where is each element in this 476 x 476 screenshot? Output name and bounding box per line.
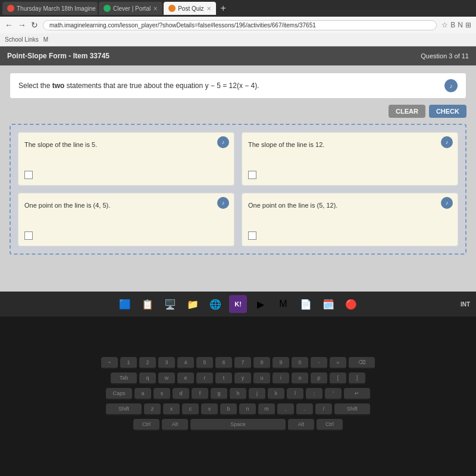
key-7[interactable]: 7	[234, 357, 251, 369]
choice3-checkbox[interactable]	[24, 231, 33, 240]
key-1[interactable]: 1	[120, 357, 137, 369]
tab-clever[interactable]: Clever | Portal ✕	[99, 2, 162, 15]
choice-card-1: ♪ The slope of the line is 5.	[18, 132, 234, 186]
taskbar-icon-chrome[interactable]: 🌐	[206, 295, 224, 313]
ext-icon1[interactable]: B	[450, 21, 455, 29]
key-g[interactable]: g	[211, 388, 227, 400]
taskbar-icon-slides[interactable]: 🔴	[342, 295, 360, 313]
key-t[interactable]: t	[215, 372, 232, 384]
tab-postquiz-close[interactable]: ✕	[206, 5, 211, 12]
key-k[interactable]: k	[268, 388, 284, 400]
taskbar-icon-drive[interactable]: 📄	[297, 295, 315, 313]
back-button[interactable]: ←	[5, 20, 13, 30]
choice2-checkbox[interactable]	[248, 171, 256, 179]
key-q[interactable]: q	[139, 372, 156, 384]
key-lalt[interactable]: Alt	[162, 419, 188, 431]
key-quote[interactable]: '	[325, 388, 342, 400]
check-button[interactable]: CHECK	[429, 105, 466, 118]
key-backspace[interactable]: ⌫	[349, 357, 375, 369]
key-equals[interactable]: =	[330, 357, 346, 369]
choice3-audio-button[interactable]: ♪	[217, 197, 229, 209]
key-6[interactable]: 6	[215, 357, 232, 369]
key-y[interactable]: y	[234, 372, 251, 384]
choice2-audio-button[interactable]: ♪	[441, 136, 453, 148]
key-0[interactable]: 0	[292, 357, 308, 369]
ext-icon2[interactable]: N	[458, 21, 463, 29]
key-comma[interactable]: ,	[277, 403, 294, 415]
url-bar[interactable]: math.imaginelearning.com/lesson_player/?…	[43, 20, 437, 30]
choice4-audio-button[interactable]: ♪	[441, 197, 453, 209]
key-lshift[interactable]: Shift	[106, 403, 142, 415]
key-4[interactable]: 4	[177, 357, 194, 369]
key-lctrl[interactable]: Ctrl	[133, 419, 159, 431]
instruction-audio-button[interactable]: ♪	[444, 79, 458, 92]
key-x[interactable]: x	[163, 403, 180, 415]
taskbar-icon-monitor[interactable]: 🖥️	[161, 295, 179, 313]
key-j[interactable]: j	[249, 388, 265, 400]
taskbar-icon-teams[interactable]: 🟦	[116, 295, 134, 313]
key-s[interactable]: s	[154, 388, 170, 400]
key-e[interactable]: e	[177, 372, 194, 384]
new-tab-button[interactable]: +	[217, 3, 230, 14]
key-9[interactable]: 9	[273, 357, 289, 369]
key-caps[interactable]: Caps	[106, 388, 132, 400]
key-p[interactable]: p	[311, 372, 327, 384]
taskbar-icon-gmail[interactable]: M	[274, 295, 292, 313]
choice1-checkbox[interactable]	[24, 171, 33, 179]
key-n[interactable]: n	[239, 403, 256, 415]
key-v[interactable]: v	[201, 403, 218, 415]
key-rshift[interactable]: Shift	[334, 403, 370, 415]
keyboard-row-5: Ctrl Alt Space Alt Ctrl	[133, 419, 343, 431]
key-lbracket[interactable]: [	[330, 372, 346, 384]
key-rctrl[interactable]: Ctrl	[317, 419, 343, 431]
tab-thursday[interactable]: Thursday March 18th Imagine M... ✕	[2, 2, 98, 15]
tab-postquiz[interactable]: Post Quiz ✕	[164, 2, 215, 15]
key-ralt[interactable]: Alt	[288, 419, 314, 431]
choice1-audio-button[interactable]: ♪	[217, 136, 229, 148]
key-z[interactable]: z	[144, 403, 161, 415]
key-tilde[interactable]: ~	[101, 357, 118, 369]
taskbar-icon-calendar[interactable]: 🗓️	[320, 295, 337, 313]
key-tab[interactable]: Tab	[111, 372, 137, 384]
key-d[interactable]: d	[173, 388, 189, 400]
key-a[interactable]: a	[134, 388, 151, 400]
ext-icon3[interactable]: ⊞	[465, 21, 471, 29]
taskbar-icon-docs[interactable]: 📋	[139, 295, 156, 313]
key-u[interactable]: u	[253, 372, 270, 384]
key-3[interactable]: 3	[158, 357, 175, 369]
key-l[interactable]: l	[287, 388, 303, 400]
key-r[interactable]: r	[196, 372, 213, 384]
key-semicolon[interactable]: ;	[306, 388, 322, 400]
key-h[interactable]: h	[230, 388, 246, 400]
tab-clever-close[interactable]: ✕	[153, 5, 158, 12]
taskbar-icon-kahoot[interactable]: K!	[229, 295, 247, 313]
key-minus[interactable]: -	[311, 357, 327, 369]
star-icon[interactable]: ☆	[441, 21, 448, 29]
key-c[interactable]: c	[182, 403, 199, 415]
choice4-checkbox[interactable]	[248, 231, 256, 240]
key-rbracket[interactable]: ]	[349, 372, 365, 384]
key-5[interactable]: 5	[196, 357, 213, 369]
key-o[interactable]: o	[292, 372, 308, 384]
key-2[interactable]: 2	[139, 357, 156, 369]
key-w[interactable]: w	[158, 372, 175, 384]
key-period[interactable]: .	[296, 403, 313, 415]
key-m[interactable]: m	[258, 403, 275, 415]
refresh-button[interactable]: ↻	[31, 20, 38, 30]
choice4-text: One point on the line is (5, 12).	[248, 202, 452, 209]
key-f[interactable]: f	[192, 388, 208, 400]
bookmark-schoollinks[interactable]: School Links	[5, 36, 39, 43]
taskbar-icon-play[interactable]: ▶	[252, 295, 270, 313]
address-bar: ← → ↻ math.imaginelearning.com/lesson_pl…	[0, 17, 476, 33]
bookmark-m[interactable]: M	[43, 36, 48, 43]
key-enter[interactable]: ↵	[344, 388, 370, 400]
key-b[interactable]: b	[220, 403, 237, 415]
clear-button[interactable]: CLEAR	[389, 105, 425, 118]
key-space[interactable]: Space	[190, 419, 286, 431]
taskbar-icon-files[interactable]: 📁	[184, 295, 202, 313]
key-8[interactable]: 8	[253, 357, 270, 369]
key-i[interactable]: i	[273, 372, 289, 384]
forward-button[interactable]: →	[18, 20, 26, 30]
key-slash[interactable]: /	[315, 403, 332, 415]
keyboard-row-3: Caps a s d f g h j k l ; ' ↵	[106, 388, 370, 400]
